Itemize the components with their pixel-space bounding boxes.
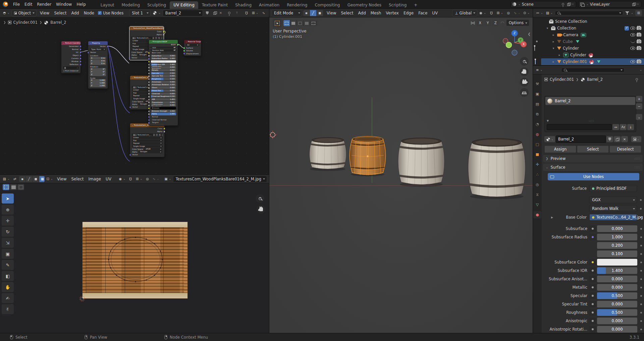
uv-menu-item[interactable]: Select [69, 176, 86, 182]
axis-value[interactable]: Y1.000 [90, 82, 106, 84]
interpolation-dropdown[interactable]: Linear [132, 136, 163, 139]
remove-slot-button[interactable]: − [636, 103, 642, 109]
outliner-row[interactable]: ▸ Camera [541, 32, 644, 38]
ortho-grid-button[interactable] [520, 88, 529, 97]
list-sort-icon[interactable]: Az [620, 124, 627, 130]
node-output-row[interactable]: BSDF [149, 44, 178, 46]
uv-tool-button[interactable]: ✌ [2, 304, 14, 314]
axis-value[interactable]: X0 m [90, 57, 106, 60]
property-slider[interactable]: 0.000 [597, 276, 637, 282]
node-texture-coordinate[interactable]: Texture Coordinate GeneratedNormalUVObje… [61, 41, 81, 73]
disable-render-camera-icon[interactable] [637, 60, 641, 63]
bsdf-input-row[interactable]: Transmission Roughness0.000 [149, 104, 178, 107]
disable-render-camera-icon[interactable] [637, 40, 641, 43]
pin-icon[interactable] [226, 10, 232, 16]
data-badge-icon[interactable] [575, 40, 580, 44]
property-slider[interactable]: 0.000 [597, 284, 637, 291]
material-browse-icon[interactable]: ⌄ [152, 10, 162, 16]
workspace-tab[interactable]: Animation [255, 1, 283, 9]
base-color-texture-button[interactable]: TexturesCo...64_2_M.jpg [589, 214, 637, 221]
unlink-icon[interactable]: ✕ [219, 11, 222, 15]
property-slider[interactable]: 0.200 [597, 242, 637, 249]
bsdf-input-row[interactable]: Anisotropic Rotation0.000 [149, 83, 178, 86]
uv-select-face[interactable]: ◼ [33, 176, 39, 182]
uv-sync-icon[interactable]: ⇄ [11, 176, 18, 182]
subsurface-method-dropdown[interactable]: Random Walk [589, 205, 637, 212]
workspace-tab[interactable]: Shading [231, 1, 255, 9]
navigation-gizmo[interactable]: Z Y X [501, 24, 527, 61]
topbar-menu-item[interactable]: Render [35, 1, 54, 7]
axis-value[interactable]: Z1.000 [90, 84, 106, 87]
node-output-row[interactable]: Reflection [61, 63, 80, 66]
blender-logo-icon[interactable] [3, 2, 8, 7]
copy-icon[interactable] [632, 3, 635, 6]
uv-tool-button[interactable]: ▣ [2, 249, 14, 259]
workspace-tab[interactable]: Layout [97, 1, 118, 9]
material-browse-icon[interactable]: ⌄ [544, 136, 555, 142]
outliner-row[interactable]: ▸ Cylinder.001 [541, 58, 644, 65]
display-mode-icon[interactable]: ≔⌄ [535, 10, 544, 16]
bsdf-input-row[interactable]: Specular Tint0.000 [149, 75, 178, 77]
workspace-tab[interactable]: Geometry Nodes [344, 1, 385, 9]
extension-dropdown[interactable]: Repeat [132, 142, 163, 145]
uv-tool-button[interactable]: ↻ [2, 227, 14, 237]
hide-viewport-eye-icon[interactable] [631, 41, 635, 43]
zoom-button[interactable] [520, 57, 529, 66]
property-slider[interactable]: 1.000 [597, 234, 637, 240]
properties-search[interactable] [561, 68, 625, 72]
property-slider[interactable]: 0.000 [597, 326, 637, 333]
bsdf-input-row[interactable]: Specular0.500 [149, 72, 178, 75]
outliner-item-label[interactable]: Collection [557, 26, 576, 31]
bsdf-input-row[interactable]: Metallic0.000 [149, 69, 178, 72]
node-mapping[interactable]: Mapping Vector Type: Point Vector Locati… [88, 41, 108, 89]
property-slider[interactable] [597, 259, 637, 266]
hide-viewport-eye-icon[interactable] [630, 33, 635, 37]
hide-viewport-eye-icon[interactable] [630, 47, 635, 50]
workspace-tab[interactable]: + [410, 1, 421, 9]
animate-dot[interactable] [640, 303, 642, 305]
surface-panel-header[interactable]: ⌄ Surface :::: [543, 164, 643, 171]
new-material-icon[interactable] [212, 10, 218, 16]
link-object-icon[interactable]: ⌄ [631, 136, 641, 142]
fake-user-shield-icon[interactable] [204, 10, 211, 16]
outliner-row[interactable]: ▸ Cylinder [541, 52, 644, 58]
node-material-output[interactable]: Material Output All SurfaceVolumeDisplac… [184, 40, 201, 56]
box-select-new-icon[interactable] [3, 184, 9, 190]
topbar-menu-item[interactable]: Window [54, 1, 74, 7]
edit-mode-icon-cylinder[interactable] [534, 46, 535, 51]
property-decorator[interactable] [589, 225, 596, 232]
uv-tool-button[interactable]: ✛ [2, 216, 14, 226]
shader-mode-dropdown[interactable]: Object [11, 10, 36, 16]
node-principled-bsdf[interactable]: Principled BSDF BSDF GGX [149, 40, 178, 126]
workspace-tab[interactable]: Compositing [311, 1, 343, 9]
shader-menu-item[interactable]: Node [82, 10, 97, 16]
filter-id-icon[interactable]: ▨⌄ [545, 10, 554, 16]
from-instancer-row[interactable]: From Instancer [61, 69, 80, 72]
property-slider[interactable]: 1.400 [597, 267, 637, 274]
uv-tool-button[interactable]: ⊕ [2, 205, 14, 215]
shader-menu-item[interactable]: Select [52, 10, 69, 16]
property-decorator[interactable] [589, 234, 596, 240]
box-select-subtract-icon[interactable] [17, 184, 24, 190]
property-slider[interactable]: 0.000 [597, 301, 637, 307]
properties-tab[interactable]: ▤ [533, 101, 541, 108]
workspace-tab[interactable]: Modeling [118, 1, 144, 9]
filter-funnel-icon[interactable]: ⌄ [624, 10, 634, 16]
data-badge-icon[interactable] [596, 60, 601, 64]
image-datablock-row[interactable]: ▨⌄TexturesCom_...2⛉↻▱✕ [131, 37, 162, 39]
bsdf-input-row[interactable]: Subsurface Radius1.000 [149, 57, 178, 60]
list-sort-invert-icon[interactable]: ↓ [627, 124, 634, 130]
editor-type-icon[interactable]: ▨⌄ [2, 176, 10, 182]
bsdf-input-row[interactable]: Transmission0.000 [149, 101, 178, 104]
snapping-magnet-icon[interactable]: Ω [127, 176, 134, 182]
bsdf-input-row[interactable]: Clearcoat Roughness0.030 [149, 95, 178, 98]
zoom-button[interactable] [256, 194, 264, 203]
proportional-edit-icon[interactable]: ◎ [144, 176, 151, 182]
bsdf-input-row[interactable]: GGX [149, 46, 178, 49]
edit-mode-icon-cylinder001[interactable] [535, 59, 536, 64]
disable-render-camera-icon[interactable] [637, 47, 641, 50]
close-icon[interactable]: ✕ [637, 2, 639, 6]
material-name-field[interactable]: Barrel_2 [163, 10, 203, 16]
property-slider[interactable]: 0.500 [597, 309, 637, 316]
distribution-dropdown[interactable]: GGX [589, 196, 637, 203]
